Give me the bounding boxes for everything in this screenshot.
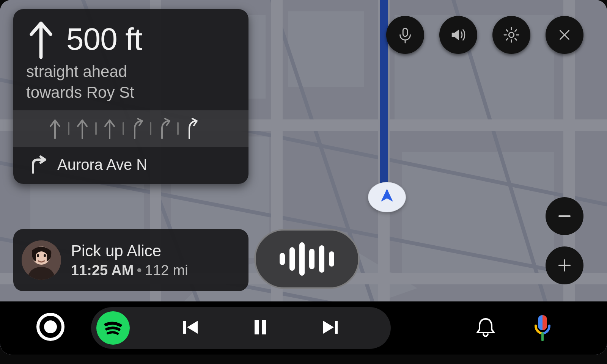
direction-line1: straight ahead [26, 63, 127, 80]
voice-wave-bar [329, 251, 334, 267]
close-button[interactable] [546, 16, 583, 54]
avatar [22, 240, 61, 280]
voice-input-pill[interactable] [254, 229, 360, 289]
settings-button[interactable] [492, 16, 530, 54]
zoom-in-button[interactable] [546, 246, 583, 284]
home-button[interactable] [36, 313, 64, 341]
media-next-button[interactable] [321, 318, 340, 338]
voice-search-button[interactable] [386, 16, 424, 54]
svg-rect-38 [183, 321, 186, 334]
turn-right-icon [28, 155, 47, 174]
svg-point-24 [509, 32, 514, 37]
straight-arrow-icon [26, 18, 56, 60]
task-subtitle: 11:25 AM•112 mi [71, 262, 188, 279]
direction-distance: 500 ft [66, 21, 142, 57]
voice-wave-bar [289, 247, 295, 271]
next-road-name: Aurora Ave N [57, 156, 147, 173]
current-location-marker [368, 182, 406, 212]
svg-rect-40 [262, 320, 266, 334]
volume-button[interactable] [439, 16, 477, 54]
notifications-button[interactable] [474, 316, 497, 339]
direction-line2: towards Roy St [26, 83, 134, 101]
voice-wave-bar [309, 249, 315, 269]
svg-point-36 [37, 254, 39, 257]
lane-guidance [13, 110, 248, 147]
bottom-bar [0, 301, 607, 355]
assistant-mic-button[interactable] [531, 313, 554, 343]
spotify-icon[interactable] [96, 311, 130, 345]
media-previous-button[interactable] [181, 318, 200, 338]
svg-point-37 [44, 254, 46, 257]
map-screen: 500 ft straight ahead towards Roy St [0, 0, 607, 355]
voice-wave-bar [280, 253, 285, 265]
task-title: Pick up Alice [71, 242, 188, 260]
task-separator: • [137, 262, 142, 278]
next-step: Aurora Ave N [13, 147, 248, 184]
direction-card[interactable]: 500 ft straight ahead towards Roy St [13, 9, 248, 184]
svg-rect-39 [255, 320, 259, 334]
zoom-out-button[interactable] [546, 197, 583, 235]
task-time: 11:25 AM [71, 262, 134, 278]
voice-wave-bar [319, 245, 324, 273]
svg-rect-41 [335, 321, 338, 334]
media-pill [91, 307, 391, 349]
task-card[interactable]: Pick up Alice 11:25 AM•112 mi [13, 229, 248, 291]
voice-wave-bar [299, 242, 305, 276]
media-pause-button[interactable] [251, 318, 270, 338]
svg-rect-22 [403, 28, 407, 36]
task-detail: 112 mi [145, 262, 188, 278]
direction-instruction: straight ahead towards Roy St [26, 61, 236, 103]
